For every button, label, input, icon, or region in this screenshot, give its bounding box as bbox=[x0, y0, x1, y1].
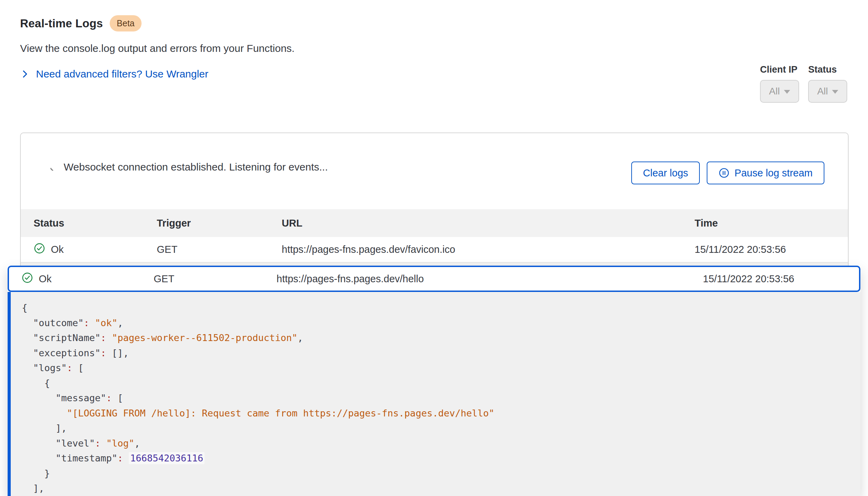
pause-log-stream-label: Pause log stream bbox=[734, 167, 813, 179]
column-url: URL bbox=[282, 218, 695, 229]
expanded-log-entry: Ok GET https://pages-fns.pages.dev/hello… bbox=[8, 266, 860, 496]
filter-status: Status All bbox=[808, 64, 847, 103]
check-circle-icon bbox=[21, 272, 33, 286]
code-line: } bbox=[22, 466, 860, 481]
clear-logs-label: Clear logs bbox=[643, 167, 688, 179]
url-cell: https://pages-fns.pages.dev/favicon.ico bbox=[282, 244, 695, 255]
wrangler-link[interactable]: Need advanced filters? Use Wrangler bbox=[36, 68, 208, 80]
check-circle-icon bbox=[34, 242, 45, 257]
code-line: "outcome": "ok", bbox=[22, 315, 860, 331]
clear-logs-button[interactable]: Clear logs bbox=[631, 162, 700, 184]
caret-down-icon bbox=[832, 90, 838, 94]
status-text: Ok bbox=[51, 244, 64, 255]
trigger-cell: GET bbox=[157, 244, 282, 255]
column-trigger: Trigger bbox=[157, 218, 282, 229]
url-cell: https://pages-fns.pages.dev/hello bbox=[277, 273, 703, 285]
log-table-header: Status Trigger URL Time bbox=[21, 209, 848, 237]
spinner-icon bbox=[49, 163, 58, 172]
time-cell: 15/11/2022 20:53:56 bbox=[695, 244, 848, 255]
page-subtitle: View the console.log output and errors f… bbox=[20, 43, 295, 54]
json-log-code: { "outcome": "ok", "scriptName": "pages-… bbox=[22, 300, 860, 496]
code-line: "exceptions": [], bbox=[22, 346, 860, 361]
trigger-cell: GET bbox=[154, 273, 277, 285]
pause-log-stream-button[interactable]: Pause log stream bbox=[707, 162, 824, 184]
pause-circle-icon bbox=[718, 167, 730, 178]
client-ip-select[interactable]: All bbox=[760, 80, 799, 103]
filter-client-ip: Client IP All bbox=[760, 64, 799, 103]
code-line: "message": [ bbox=[22, 391, 860, 406]
websocket-status-text: Websocket connection established. Listen… bbox=[64, 161, 328, 173]
code-line: "timestamp": 1668542036116 bbox=[22, 451, 860, 466]
table-row[interactable]: Ok GET https://pages-fns.pages.dev/favic… bbox=[21, 237, 848, 263]
status-value: All bbox=[817, 86, 828, 97]
filters: Client IP All Status All bbox=[760, 64, 847, 103]
page-header: Real-time Logs Beta View the console.log… bbox=[20, 15, 295, 80]
status-cell: Ok bbox=[21, 272, 154, 286]
caret-down-icon bbox=[784, 90, 790, 94]
code-line: "logs": [ bbox=[22, 360, 860, 376]
status-select[interactable]: All bbox=[808, 80, 847, 103]
status-label: Status bbox=[808, 64, 847, 75]
column-status: Status bbox=[34, 218, 157, 229]
expanded-log-body: { "outcome": "ok", "scriptName": "pages-… bbox=[8, 292, 860, 496]
panel-toolbar: Websocket connection established. Listen… bbox=[21, 133, 848, 209]
wrangler-link-row[interactable]: Need advanced filters? Use Wrangler bbox=[20, 68, 295, 80]
websocket-status: Websocket connection established. Listen… bbox=[49, 161, 328, 173]
status-cell: Ok bbox=[34, 242, 157, 257]
client-ip-label: Client IP bbox=[760, 64, 799, 75]
beta-badge: Beta bbox=[110, 15, 141, 31]
chevron-right-icon bbox=[20, 69, 30, 79]
code-line: ], bbox=[22, 421, 860, 436]
status-text: Ok bbox=[39, 273, 52, 285]
code-line: "scriptName": "pages-worker--611502-prod… bbox=[22, 330, 860, 346]
code-line: ], bbox=[22, 481, 860, 496]
code-line: { bbox=[22, 300, 860, 315]
table-row-expanded[interactable]: Ok GET https://pages-fns.pages.dev/hello… bbox=[8, 266, 860, 292]
code-line: "level": "log", bbox=[22, 436, 860, 451]
code-line: "[LOGGING FROM /hello]: Request came fro… bbox=[22, 406, 860, 421]
page-title: Real-time Logs bbox=[20, 17, 103, 30]
time-cell: 15/11/2022 20:53:56 bbox=[703, 273, 859, 285]
code-line: { bbox=[22, 376, 860, 391]
column-time: Time bbox=[695, 218, 848, 229]
client-ip-value: All bbox=[769, 86, 780, 97]
